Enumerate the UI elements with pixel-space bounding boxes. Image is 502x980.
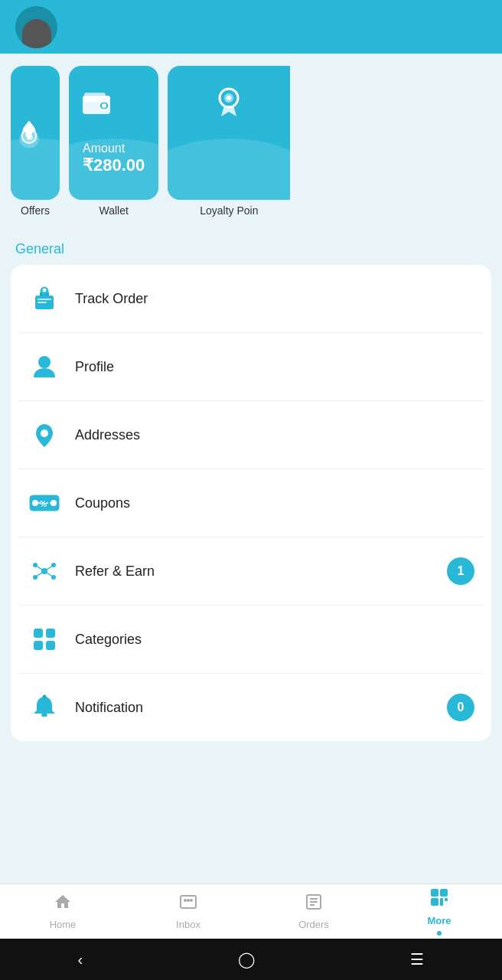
wallet-amount-label: Amount <box>83 142 145 155</box>
svg-rect-33 <box>46 629 55 638</box>
svg-point-40 <box>190 899 193 902</box>
inbox-icon <box>179 893 197 916</box>
coupons-item[interactable]: % Coupons <box>18 469 484 537</box>
loyalty-label: Loyalty Poin <box>200 204 258 217</box>
back-button[interactable]: ‹ <box>78 951 83 969</box>
categories-icon <box>26 621 63 658</box>
svg-point-39 <box>187 899 190 902</box>
svg-rect-47 <box>431 898 438 906</box>
categories-label: Categories <box>75 632 142 648</box>
inbox-label: Inbox <box>176 919 200 930</box>
notification-badge: 0 <box>447 694 474 721</box>
notification-item[interactable]: Notification 0 <box>18 674 484 741</box>
recents-button[interactable]: ☰ <box>410 950 424 969</box>
menu-card: Track Order Profile Addresses <box>11 265 491 741</box>
svg-line-31 <box>44 571 54 577</box>
nav-inbox[interactable]: Inbox <box>126 884 251 939</box>
profile-label: Profile <box>75 359 114 375</box>
more-active-dot <box>437 931 442 936</box>
general-section-title: General <box>0 229 502 265</box>
coupons-label: Coupons <box>75 495 130 511</box>
svg-point-17 <box>41 430 48 437</box>
svg-rect-36 <box>41 714 47 717</box>
refer-earn-badge: 1 <box>447 557 474 585</box>
svg-text:%: % <box>40 500 47 508</box>
categories-item[interactable]: Categories <box>18 606 484 674</box>
more-label: More <box>427 915 451 926</box>
svg-line-29 <box>44 565 54 571</box>
refer-earn-item[interactable]: Refer & Earn 1 <box>18 537 484 606</box>
more-icon <box>429 887 449 912</box>
track-order-item[interactable]: Track Order <box>18 265 484 333</box>
svg-rect-34 <box>34 641 43 650</box>
wallet-card[interactable]: Amount ₹280.00 Wallet <box>69 66 158 221</box>
svg-rect-49 <box>445 898 448 901</box>
notification-label: Notification <box>75 700 143 716</box>
nav-more[interactable]: More <box>376 884 502 939</box>
svg-line-30 <box>35 571 44 577</box>
notification-icon <box>26 689 63 726</box>
orders-label: Orders <box>298 919 329 930</box>
system-bar: ‹ ◯ ☰ <box>0 939 502 980</box>
svg-point-20 <box>51 500 57 506</box>
svg-text:%: % <box>25 132 33 141</box>
svg-line-28 <box>35 565 44 571</box>
svg-point-16 <box>38 356 51 368</box>
svg-rect-35 <box>46 641 55 650</box>
header <box>0 0 502 54</box>
orders-icon <box>305 893 323 916</box>
refer-earn-label: Refer & Earn <box>75 564 155 580</box>
svg-point-38 <box>184 899 187 902</box>
addresses-icon <box>26 416 63 453</box>
home-icon <box>54 893 72 916</box>
wallet-icon <box>83 91 112 119</box>
addresses-label: Addresses <box>75 427 140 443</box>
nav-home[interactable]: Home <box>0 884 126 939</box>
addresses-item[interactable]: Addresses <box>18 401 484 469</box>
track-order-label: Track Order <box>75 291 148 307</box>
svg-rect-45 <box>431 889 438 897</box>
home-label: Home <box>50 919 77 930</box>
svg-point-13 <box>43 289 47 292</box>
wallet-label: Wallet <box>99 204 128 217</box>
svg-rect-15 <box>37 302 47 303</box>
svg-rect-46 <box>440 889 448 897</box>
svg-rect-14 <box>37 299 51 300</box>
refer-earn-icon <box>26 553 63 590</box>
bottom-nav: Home Inbox Orders <box>0 884 502 939</box>
offers-icon: % <box>11 115 47 152</box>
nav-orders[interactable]: Orders <box>251 884 376 939</box>
svg-point-6 <box>102 103 106 108</box>
svg-rect-7 <box>84 93 106 98</box>
svg-point-10 <box>227 96 231 100</box>
avatar <box>15 6 57 48</box>
wallet-amount-value: ₹280.00 <box>83 155 145 175</box>
coupons-icon: % <box>26 485 63 521</box>
track-order-icon <box>26 280 63 317</box>
svg-point-37 <box>43 695 47 699</box>
svg-point-19 <box>32 500 38 506</box>
profile-icon <box>26 348 63 385</box>
svg-rect-32 <box>34 629 43 638</box>
offers-card[interactable]: % Offers <box>11 66 60 221</box>
svg-rect-48 <box>440 898 443 906</box>
cards-row: % Offers Amount ₹280.00 <box>0 54 502 229</box>
loyalty-card[interactable]: Loyalty Poin <box>168 66 290 221</box>
offers-label: Offers <box>21 204 50 217</box>
profile-item[interactable]: Profile <box>18 333 484 401</box>
loyalty-icon <box>210 83 247 122</box>
home-button[interactable]: ◯ <box>238 950 255 969</box>
